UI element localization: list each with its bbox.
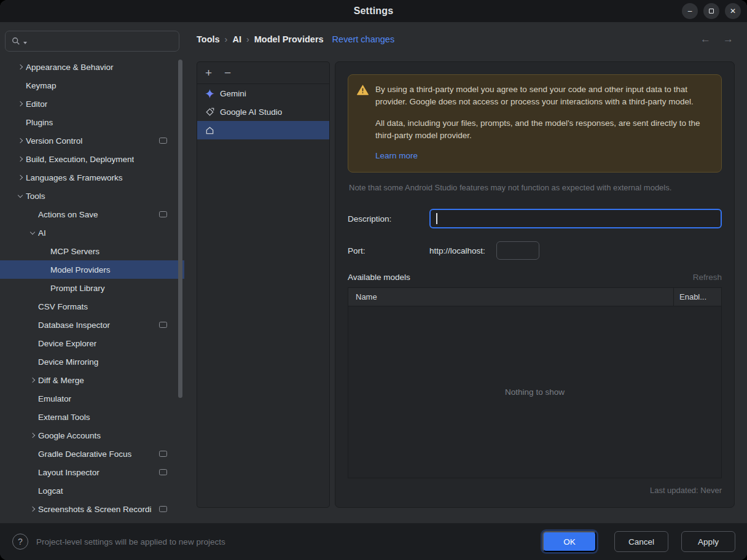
sidebar-item-languages-frameworks[interactable]: Languages & Frameworks [0,168,184,187]
content-panels: + − GeminiGoogle AI Studio By [184,56,747,523]
sidebar-item-label: Appearance & Behavior [26,63,114,72]
third-party-warning-banner: By using a third-party model you agree t… [348,74,722,173]
new-project-settings-icon [159,469,167,475]
chevron-right-icon[interactable] [15,172,26,183]
sidebar-item-ai[interactable]: AI [0,224,184,242]
chevron-spacer [27,485,38,496]
sidebar-item-external-tools[interactable]: External Tools [0,408,184,426]
provider-label: Gemini [220,89,246,98]
sidebar-item-gradle-declarative-focus[interactable]: Gradle Declarative Focus [0,445,184,463]
sidebar-item-prompt-library[interactable]: Prompt Library [0,279,184,297]
breadcrumb-tools[interactable]: Tools [197,34,220,44]
sidebar-item-diff-merge[interactable]: Diff & Merge [0,371,184,389]
chevron-spacer [39,264,50,275]
home-icon [205,126,214,135]
chevron-right-icon[interactable] [15,154,26,165]
chevron-down-icon[interactable] [15,190,26,201]
sidebar-item-csv-formats[interactable]: CSV Formats [0,297,184,316]
sidebar-item-emulator[interactable]: Emulator [0,389,184,408]
sidebar-item-label: Prompt Library [50,284,105,293]
external-models-note: Note that some Android Studio features m… [349,183,721,192]
sidebar-item-database-inspector[interactable]: Database Inspector [0,316,184,334]
description-input-wrap [429,209,722,228]
chevron-right-icon[interactable] [15,61,26,72]
sidebar-item-logcat[interactable]: Logcat [0,481,184,500]
settings-search-input[interactable] [30,37,173,46]
warning-icon [357,85,369,95]
chevron-right-icon[interactable] [15,98,26,109]
warning-paragraph-1: By using a third-party model you agree t… [375,84,711,109]
learn-more-link[interactable]: Learn more [375,150,418,162]
provider-label: Google AI Studio [220,107,282,117]
sidebar-item-label: Screenshots & Screen Recordi [38,505,152,514]
sidebar-item-screenshots-screen-recordi[interactable]: Screenshots & Screen Recordi [0,500,184,518]
sidebar-item-label: Google Accounts [38,431,101,440]
breadcrumb-model-providers[interactable]: Model Providers [254,34,324,44]
provider-settings-panel: By using a third-party model you agree t… [335,61,735,508]
chevron-spacer [15,117,26,128]
close-button[interactable]: ✕ [725,3,741,19]
breadcrumb-ai[interactable]: AI [232,34,241,44]
sidebar-item-google-accounts[interactable]: Google Accounts [0,426,184,445]
settings-search-box[interactable] [5,31,179,52]
available-models-label: Available models [348,273,410,282]
search-history-caret-icon [23,42,27,44]
sidebar-item-device-mirroring[interactable]: Device Mirroring [0,352,184,371]
forward-arrow-icon[interactable]: → [723,33,733,45]
sidebar-item-label: Gradle Declarative Focus [38,449,131,459]
sidebar-item-device-explorer[interactable]: Device Explorer [0,334,184,352]
titlebar: Settings – ✕ [0,0,747,22]
provider-row-google-ai-studio[interactable]: Google AI Studio [197,103,329,121]
breadcrumb: Tools › AI › Model Providers Revert chan… [184,22,747,56]
chevron-right-icon[interactable] [27,375,38,386]
settings-window: Settings – ✕ Appearance & BehaviorKeymap… [0,0,747,560]
sidebar-item-label: Diff & Merge [38,376,84,385]
help-button[interactable]: ? [12,534,28,550]
back-arrow-icon[interactable]: ← [700,33,711,45]
minimize-button[interactable]: – [682,3,698,19]
sidebar-item-actions-on-save[interactable]: Actions on Save [0,205,184,224]
add-provider-button[interactable]: + [205,67,212,79]
sidebar-item-plugins[interactable]: Plugins [0,113,184,131]
sidebar-item-layout-inspector[interactable]: Layout Inspector [0,463,184,481]
provider-row-new[interactable] [197,121,329,139]
minimize-icon: – [688,7,692,15]
sidebar-item-keymap[interactable]: Keymap [0,76,184,95]
warning-paragraph-2: All data, including your files, prompts,… [375,117,711,142]
cancel-button[interactable]: Cancel [614,531,668,552]
provider-row-gemini[interactable]: Gemini [197,84,329,103]
description-input[interactable] [429,209,722,228]
chevron-spacer [27,319,38,330]
chevron-down-icon[interactable] [27,227,38,238]
search-icon [12,37,20,45]
sidebar-item-build-execution-deployment[interactable]: Build, Execution, Deployment [0,150,184,168]
apply-button[interactable]: Apply [681,531,735,552]
sidebar-item-label: Keymap [26,81,57,90]
remove-provider-button[interactable]: − [224,67,231,79]
sidebar-scrollbar[interactable] [178,60,182,398]
description-row: Description: [348,209,722,228]
window-controls: – ✕ [682,3,741,19]
sidebar-item-model-providers[interactable]: Model Providers [0,260,184,279]
sidebar-item-mcp-servers[interactable]: MCP Servers [0,242,184,260]
ok-button[interactable]: OK [542,531,596,552]
chevron-spacer [39,246,50,257]
chevron-spacer [27,448,38,459]
sidebar-item-label: Database Inspector [38,321,110,330]
settings-tree: Appearance & BehaviorKeymapEditorPlugins… [0,58,184,518]
chevron-right-icon[interactable] [27,430,38,441]
revert-changes-link[interactable]: Revert changes [332,34,395,44]
sidebar-item-tools[interactable]: Tools [0,187,184,205]
chevron-right-icon[interactable] [15,135,26,146]
port-input[interactable] [496,241,539,260]
chevron-right-icon[interactable] [27,504,38,515]
sidebar-item-editor[interactable]: Editor [0,95,184,113]
sidebar-item-label: CSV Formats [38,302,88,311]
sidebar-item-appearance-behavior[interactable]: Appearance & Behavior [0,58,184,76]
new-project-settings-icon [159,506,167,512]
sidebar-item-version-control[interactable]: Version Control [0,131,184,150]
main-area: Appearance & BehaviorKeymapEditorPlugins… [0,22,747,523]
maximize-button[interactable] [703,3,719,19]
sidebar-item-label: Build, Execution, Deployment [26,155,134,164]
refresh-button[interactable]: Refresh [693,273,722,282]
